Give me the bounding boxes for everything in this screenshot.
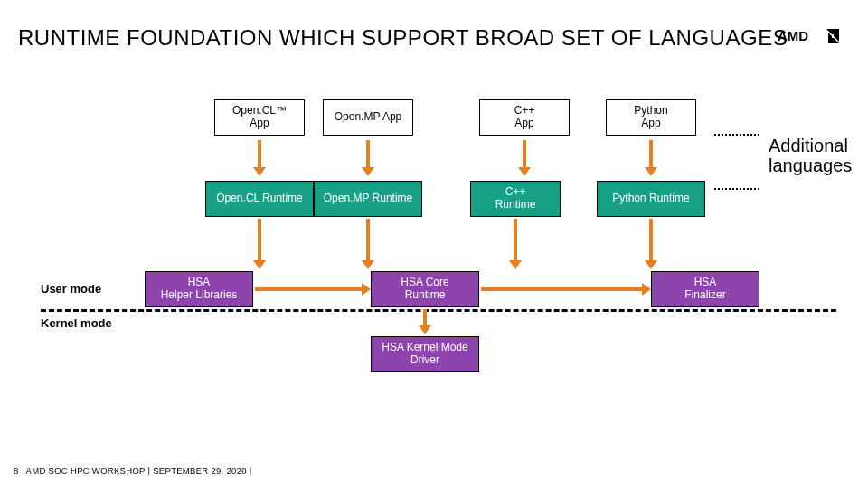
additional-languages-label: Additional languages [769, 136, 852, 175]
arrow-core-to-finalizer [481, 287, 642, 291]
footer-text: AMD SOC HPC WORKSHOP | SEPTEMBER 29, 202… [26, 465, 252, 475]
dotted-marker-bottom [714, 188, 760, 190]
openmp-runtime-box: Open.MP Runtime [314, 181, 422, 217]
slide-title: RUNTIME FOUNDATION WHICH SUPPORT BROAD S… [18, 25, 788, 51]
opencl-runtime-box: Open.CL Runtime [205, 181, 314, 217]
cpp-runtime-label: C++ Runtime [495, 186, 536, 211]
opencl-app-label: Open.CL™ App [232, 105, 287, 130]
amd-logo: AMD [778, 27, 841, 45]
cpp-runtime-box: C++ Runtime [470, 181, 561, 217]
kernel-mode-label: Kernel mode [41, 316, 112, 330]
hsa-helper-box: HSA Helper Libraries [145, 271, 253, 307]
hsa-finalizer-label: HSA Finalizer [684, 277, 725, 302]
python-app-box: Python App [606, 99, 696, 136]
svg-text:AMD: AMD [778, 28, 808, 43]
user-mode-label: User mode [41, 282, 101, 296]
hsa-core-box: HSA Core Runtime [371, 271, 479, 307]
hsa-kernel-driver-label: HSA Kernel Mode Driver [382, 342, 467, 367]
user-kernel-divider [41, 309, 836, 312]
python-runtime-box: Python Runtime [597, 181, 705, 217]
cpp-app-label: C++ App [514, 105, 535, 130]
openmp-app-box: Open.MP App [323, 99, 413, 136]
hsa-finalizer-box: HSA Finalizer [651, 271, 760, 307]
opencl-app-box: Open.CL™ App [214, 99, 305, 136]
openmp-runtime-label: Open.MP Runtime [324, 192, 413, 205]
opencl-runtime-label: Open.CL Runtime [216, 192, 303, 205]
cpp-app-box: C++ App [479, 99, 570, 136]
page-number: 8 [14, 465, 19, 475]
openmp-app-label: Open.MP App [335, 111, 402, 124]
hsa-core-label: HSA Core Runtime [401, 277, 448, 302]
hsa-helper-label: HSA Helper Libraries [161, 277, 238, 302]
slide-footer: 8 AMD SOC HPC WORKSHOP | SEPTEMBER 29, 2… [14, 465, 252, 475]
python-app-label: Python App [634, 105, 667, 130]
arrow-helper-to-core [255, 287, 362, 291]
python-runtime-label: Python Runtime [612, 192, 689, 205]
hsa-kernel-driver-box: HSA Kernel Mode Driver [371, 336, 479, 372]
dotted-marker-top [714, 134, 760, 136]
